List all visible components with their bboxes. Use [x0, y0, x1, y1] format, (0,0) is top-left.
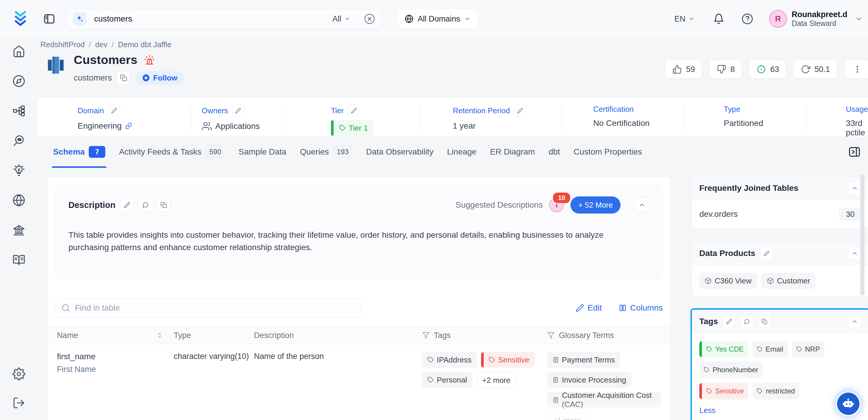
score-button[interactable]: 63: [749, 60, 786, 79]
joined-table-name[interactable]: dev.orders: [699, 209, 738, 219]
tab-custom-properties[interactable]: Custom Properties: [574, 136, 642, 168]
glossary-term-chip[interactable]: Customer Acquisition Cost (CAC): [547, 392, 661, 408]
edit-data-products-button[interactable]: [760, 247, 773, 260]
chevron-down-icon[interactable]: [855, 15, 863, 23]
tag-chip[interactable]: Sensitive: [699, 383, 748, 399]
tag-chip[interactable]: restricted: [752, 383, 799, 399]
filter-icon[interactable]: [547, 332, 555, 339]
search-scope-dropdown[interactable]: All: [332, 14, 351, 24]
tab-data-observability[interactable]: Data Observability: [366, 136, 434, 168]
column-name[interactable]: first_name: [57, 352, 163, 361]
tag-chip[interactable]: Email: [752, 341, 788, 357]
edit-owners-button[interactable]: [232, 105, 244, 117]
tab-schema[interactable]: Schema7: [53, 136, 105, 168]
column-header-glossary[interactable]: Glossary Terms: [559, 331, 614, 340]
tab-dbt[interactable]: dbt: [549, 136, 560, 168]
collapse-description-button[interactable]: [635, 198, 649, 212]
copy-tags-button[interactable]: [758, 315, 771, 328]
sidebar-toggle-icon[interactable]: [43, 13, 56, 25]
table-row[interactable]: first_name First Name character varying(…: [55, 344, 663, 420]
edit-retention-button[interactable]: [514, 105, 526, 117]
more-glossary-terms-button[interactable]: +1 more: [547, 412, 587, 420]
observability-icon[interactable]: [12, 134, 25, 147]
tag-chip[interactable]: NRP: [792, 341, 825, 357]
follow-button[interactable]: Follow: [135, 71, 184, 85]
global-search[interactable]: All: [66, 9, 382, 29]
columns-button[interactable]: Columns: [618, 303, 663, 313]
breadcrumb-item[interactable]: Demo dbt Jaffle: [118, 40, 172, 49]
copy-name-button[interactable]: [117, 71, 130, 84]
joined-table-row[interactable]: dev.orders 30: [692, 200, 868, 228]
upvote-button[interactable]: 59: [665, 60, 702, 79]
user-avatar[interactable]: R: [769, 10, 787, 28]
alert-siren-icon[interactable]: [143, 54, 156, 66]
governance-icon[interactable]: [12, 223, 25, 237]
find-in-table-input[interactable]: [74, 303, 355, 313]
clear-search-icon[interactable]: [364, 13, 375, 25]
breadcrumb-item[interactable]: dev: [95, 40, 107, 49]
metadata-value[interactable]: Engineering: [78, 121, 122, 131]
home-icon[interactable]: [12, 45, 25, 58]
tag-chip[interactable]: Yes CDE: [699, 341, 748, 357]
workflows-icon[interactable]: [12, 104, 25, 117]
tag-chip[interactable]: IPAddress: [422, 352, 477, 368]
more-tags-button[interactable]: +2 more: [476, 372, 516, 388]
ai-sparkle-icon[interactable]: [73, 12, 86, 26]
tag-chip[interactable]: Sensitive: [481, 352, 535, 368]
edit-description-button[interactable]: [120, 198, 134, 212]
right-panel-toggle-icon[interactable]: [848, 145, 861, 158]
downvote-button[interactable]: 8: [709, 60, 742, 79]
find-in-table[interactable]: [55, 298, 361, 318]
insights-icon[interactable]: [12, 164, 25, 177]
user-menu[interactable]: Rounakpreet.d Data Steward: [792, 10, 847, 28]
settings-icon[interactable]: [12, 367, 25, 381]
data-product-chip[interactable]: Customer: [762, 273, 815, 289]
notifications-bell-icon[interactable]: [713, 13, 724, 25]
data-product-chip[interactable]: C360 View: [699, 273, 757, 289]
metadata-value[interactable]: Applications: [215, 121, 260, 131]
more-actions-button[interactable]: [844, 60, 868, 79]
atlan-logo-icon[interactable]: [11, 10, 30, 28]
glossary-icon[interactable]: [12, 253, 25, 266]
sort-icon[interactable]: [156, 332, 163, 339]
column-header-description[interactable]: Description: [254, 331, 294, 340]
column-header-name[interactable]: Name: [57, 331, 78, 340]
comment-description-button[interactable]: [138, 198, 152, 212]
edit-tags-button[interactable]: [722, 315, 736, 328]
edit-tier-button[interactable]: [348, 105, 360, 117]
collapse-panel-button[interactable]: [848, 247, 862, 260]
tier-chip[interactable]: Tier 1: [331, 120, 374, 136]
column-description[interactable]: Name of the person: [254, 352, 422, 420]
collapse-panel-button[interactable]: [848, 181, 862, 195]
freshness-button[interactable]: 50.1: [794, 60, 837, 79]
edit-table-button[interactable]: Edit: [576, 303, 602, 313]
tab-er-diagram[interactable]: ER Diagram: [490, 136, 535, 168]
suggestion-avatar[interactable]: I 10: [549, 198, 564, 212]
language-dropdown[interactable]: EN: [674, 14, 695, 24]
tab-queries[interactable]: Queries193: [300, 136, 352, 168]
domains-filter-dropdown[interactable]: All Domains: [397, 9, 478, 29]
column-header-tags[interactable]: Tags: [434, 331, 451, 340]
help-icon[interactable]: [741, 13, 753, 25]
collapse-panel-button[interactable]: [848, 315, 862, 328]
comment-tags-button[interactable]: [740, 315, 753, 328]
web-icon[interactable]: [12, 194, 25, 207]
glossary-term-chip[interactable]: Payment Terms: [547, 352, 620, 368]
column-header-type[interactable]: Type: [174, 331, 191, 340]
tag-chip[interactable]: Personal: [422, 372, 472, 388]
tab-lineage[interactable]: Lineage: [447, 136, 476, 168]
breadcrumb-item[interactable]: RedshiftProd: [40, 40, 85, 49]
search-input[interactable]: [93, 14, 332, 24]
tag-chip[interactable]: PhoneNumber: [699, 362, 763, 378]
edit-domain-button[interactable]: [108, 105, 120, 117]
tab-sample-data[interactable]: Sample Data: [239, 136, 286, 168]
logout-icon[interactable]: [12, 396, 25, 409]
scrollbar-thumb[interactable]: [860, 175, 864, 296]
copy-description-button[interactable]: [157, 198, 170, 212]
tab-activity-feeds[interactable]: Activity Feeds & Tasks590: [119, 136, 225, 168]
chatbot-button[interactable]: [836, 391, 861, 417]
compass-icon[interactable]: [12, 74, 25, 88]
more-suggestions-button[interactable]: + 52 More: [570, 197, 621, 214]
filter-icon[interactable]: [422, 332, 430, 339]
glossary-term-chip[interactable]: Invoice Processing: [547, 372, 631, 388]
